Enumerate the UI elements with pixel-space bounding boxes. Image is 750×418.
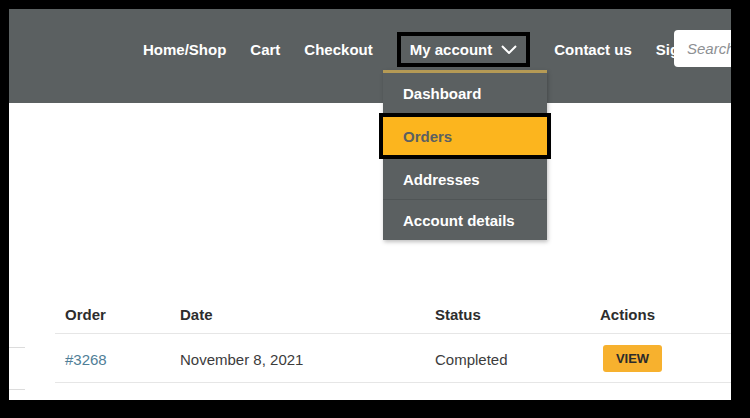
column-header-order: Order — [65, 306, 106, 323]
nav-item-cart[interactable]: Cart — [250, 41, 280, 58]
table-row-divider — [55, 382, 731, 383]
dropdown-item-orders[interactable]: Orders — [379, 113, 551, 159]
column-header-date: Date — [180, 306, 213, 323]
nav-item-home-shop[interactable]: Home/Shop — [143, 41, 226, 58]
screenshot-frame: Home/Shop Cart Checkout My account Conta… — [0, 0, 750, 418]
nav-menu: Home/Shop Cart Checkout My account Conta… — [143, 31, 716, 67]
cropped-left-divider — [9, 389, 25, 390]
dropdown-item-account-details[interactable]: Account details — [383, 199, 547, 240]
nav-item-contact-us[interactable]: Contact us — [554, 41, 632, 58]
nav-item-my-account-label: My account — [410, 41, 493, 58]
nav-item-my-account[interactable]: My account — [397, 32, 531, 67]
order-number-link[interactable]: #3268 — [65, 351, 107, 368]
nav-item-checkout[interactable]: Checkout — [304, 41, 372, 58]
search-input[interactable] — [674, 30, 731, 67]
page: Home/Shop Cart Checkout My account Conta… — [9, 9, 731, 400]
top-navbar: Home/Shop Cart Checkout My account Conta… — [9, 9, 731, 103]
column-header-status: Status — [435, 306, 481, 323]
dropdown-item-dashboard[interactable]: Dashboard — [383, 73, 547, 113]
order-date-cell: November 8, 2021 — [180, 351, 303, 368]
my-account-dropdown: Dashboard Orders Addresses Account detai… — [383, 70, 547, 240]
order-status-cell: Completed — [435, 351, 508, 368]
cropped-left-divider — [9, 347, 25, 348]
dropdown-item-addresses[interactable]: Addresses — [383, 159, 547, 199]
view-order-button[interactable]: VIEW — [603, 345, 662, 372]
table-header-divider — [55, 333, 731, 334]
column-header-actions: Actions — [600, 306, 655, 323]
chevron-down-icon — [501, 45, 517, 54]
